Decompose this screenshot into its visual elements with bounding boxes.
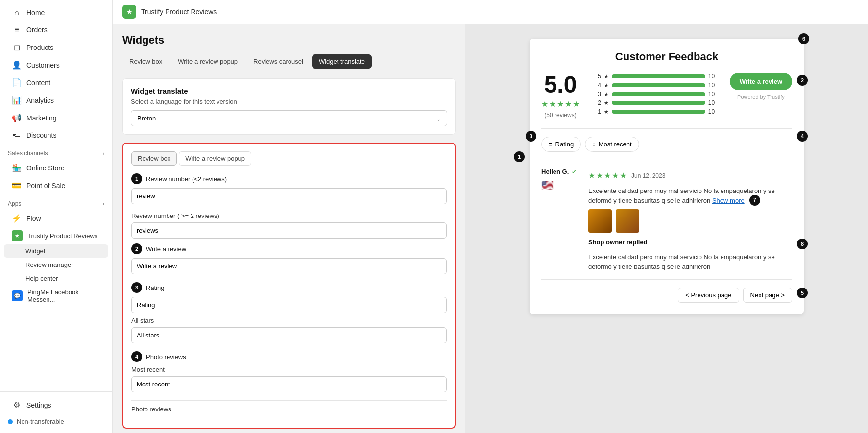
all-stars-input[interactable]	[131, 327, 447, 343]
plan-badge: Non-transferable	[0, 414, 112, 429]
customers-icon: 👤	[12, 60, 22, 70]
sidebar-item-flow[interactable]: ⚡ Flow	[4, 210, 108, 227]
shop-reply: 8 Shop owner replied Excelente calidad p…	[588, 239, 792, 271]
prev-page-btn[interactable]: < Previous page	[678, 288, 739, 303]
bar-track-4	[612, 83, 705, 87]
show-more-link[interactable]: Show more	[712, 197, 745, 204]
form-section-4: 4 Photo reviews Most recent	[131, 351, 447, 392]
sidebar-item-settings[interactable]: ⚙ Settings	[4, 396, 108, 413]
sidebar-item-analytics[interactable]: 📊 Analytics	[4, 92, 108, 109]
page-title: Widgets	[122, 34, 456, 47]
widget-translate-card: Widget translate Select a language for t…	[122, 78, 456, 135]
sidebar-item-marketing[interactable]: 📢 Marketing	[4, 109, 108, 126]
language-select-wrapper: Breton English French Spanish German	[131, 110, 447, 126]
sidebar-sub-review-manager[interactable]: Review manager	[4, 258, 108, 271]
annotation-1-wrapper: 1	[514, 151, 525, 162]
write-review-input[interactable]	[131, 258, 447, 274]
language-select[interactable]: Breton English French Spanish German	[131, 110, 447, 126]
section-1-header: 1 Review number (<2 reviews)	[131, 173, 447, 184]
bar-row-5: 5 ★ 10	[591, 73, 718, 80]
form-section-3: 3 Rating All stars	[131, 282, 447, 343]
star-2: ★	[549, 99, 556, 109]
rating-right: 2 Write a review Powered by Trustify	[730, 73, 792, 119]
apps-section: Apps ›	[0, 194, 112, 209]
most-recent-input[interactable]	[131, 376, 447, 392]
tab-reviews-carousel[interactable]: Reviews carousel	[246, 54, 310, 69]
widget-translate-title: Widget translate	[131, 87, 447, 95]
bar-row-1: 1 ★ 10	[591, 108, 718, 115]
bar-star-5: ★	[604, 73, 609, 80]
form-panel: Review box Write a review popup 1 Review…	[122, 143, 456, 429]
filter-rating-btn[interactable]: ≡ Rating	[541, 137, 581, 152]
review-singular-input[interactable]	[131, 188, 447, 204]
most-recent-label: Most recent	[131, 366, 447, 373]
rating-input[interactable]	[131, 297, 447, 313]
trustify-app-icon: ★	[12, 230, 23, 241]
review-item: Hellen G. ✔ 🇺🇸 ★ ★ ★	[541, 160, 792, 271]
tab-write-review-popup[interactable]: Write a review popup	[171, 54, 244, 69]
star-3: ★	[557, 99, 564, 109]
annotation-4: 4	[797, 131, 808, 142]
bar-row-3: 3 ★ 10	[591, 91, 718, 97]
filter-rating-icon: ≡	[549, 141, 553, 148]
section-4-header: 4 Photo reviews	[131, 351, 447, 362]
section-4-title: Photo reviews	[146, 353, 186, 361]
sidebar-sub-widget[interactable]: Widget	[4, 244, 108, 258]
page-body: Widgets Review box Write a review popup …	[113, 24, 868, 433]
bar-track-1	[612, 110, 705, 114]
pingme-app-icon: 💬	[12, 290, 23, 301]
rating-count: (50 reviews)	[544, 112, 576, 119]
marketing-icon: 📢	[12, 113, 22, 122]
flow-icon: ⚡	[12, 214, 22, 223]
sidebar-sub-help-center[interactable]: Help center	[4, 272, 108, 285]
form-tab-review-box[interactable]: Review box	[131, 151, 177, 166]
tab-review-box[interactable]: Review box	[122, 54, 169, 69]
sidebar-item-online-store[interactable]: 🏪 Online Store	[4, 159, 108, 176]
reviewer-name: Hellen G.	[541, 168, 569, 175]
review-plural-input[interactable]	[131, 222, 447, 239]
app-header: ★ Trustify Product Reviews	[113, 0, 868, 24]
sidebar-item-products[interactable]: ◻ Products	[4, 39, 108, 56]
annotation-5: 5	[797, 288, 808, 298]
write-review-button[interactable]: Write a review	[730, 73, 792, 90]
next-page-btn[interactable]: Next page >	[743, 288, 792, 303]
review-content: ★ ★ ★ ★ ★ Jun 12, 2023 Excelente calidad…	[588, 168, 792, 271]
filter-sort-icon: ↕	[592, 141, 596, 148]
bar-track-5	[612, 74, 705, 78]
bar-row-4: 4 ★ 10	[591, 82, 718, 89]
section-2-header: 2 Write a review	[131, 243, 447, 254]
discounts-icon: 🏷	[12, 131, 22, 140]
rating-number: 5.0	[544, 73, 577, 96]
sidebar-item-home[interactable]: ⌂ Home	[4, 4, 108, 21]
filter-sort-btn[interactable]: ↕ Most recent	[585, 137, 639, 152]
review-images	[588, 209, 792, 233]
section-1-title: Review number (<2 reviews)	[146, 175, 227, 183]
sidebar-item-pingme[interactable]: 💬 PingMe Facebook Messen...	[4, 286, 108, 306]
pagination: 5 < Previous page Next page >	[541, 279, 792, 303]
annotation-3: 3	[526, 131, 536, 142]
star-1: ★	[541, 99, 548, 109]
form-section-2: 2 Write a review	[131, 243, 447, 274]
main-content: ★ Trustify Product Reviews Widgets Revie…	[113, 0, 868, 433]
annotation-2: 2	[797, 75, 808, 86]
bar-track-3	[612, 92, 705, 96]
sidebar-item-orders[interactable]: ≡ Orders	[4, 22, 108, 38]
section-3-badge: 3	[131, 282, 142, 293]
sidebar-item-discounts[interactable]: 🏷 Discounts	[4, 127, 108, 144]
form-tab-write-review-popup[interactable]: Write a review popup	[179, 151, 251, 166]
review-body: Hellen G. ✔ 🇺🇸 ★ ★ ★	[541, 168, 792, 271]
sidebar-item-pos[interactable]: 💳 Point of Sale	[4, 177, 108, 194]
tab-widget-translate[interactable]: Widget translate	[312, 54, 372, 69]
reply-divider	[588, 248, 792, 248]
sidebar-item-content[interactable]: 📄 Content	[4, 74, 108, 91]
sidebar-item-trustify[interactable]: ★ Trustify Product Reviews	[4, 227, 108, 244]
rating-bars: 5 ★ 10 4 ★ 10 3 ★	[591, 73, 718, 119]
bar-star-3: ★	[604, 91, 609, 97]
chevron-icon: ›	[103, 151, 104, 156]
all-stars-label: All stars	[131, 317, 447, 324]
rating-summary: 5.0 ★ ★ ★ ★ ★ (50 reviews) 5	[541, 73, 792, 119]
sidebar-item-customers[interactable]: 👤 Customers	[4, 56, 108, 73]
reviewer-info: Hellen G. ✔	[541, 168, 580, 175]
rating-stars: ★ ★ ★ ★ ★	[541, 99, 579, 109]
review-date: Jun 12, 2023	[631, 172, 665, 179]
